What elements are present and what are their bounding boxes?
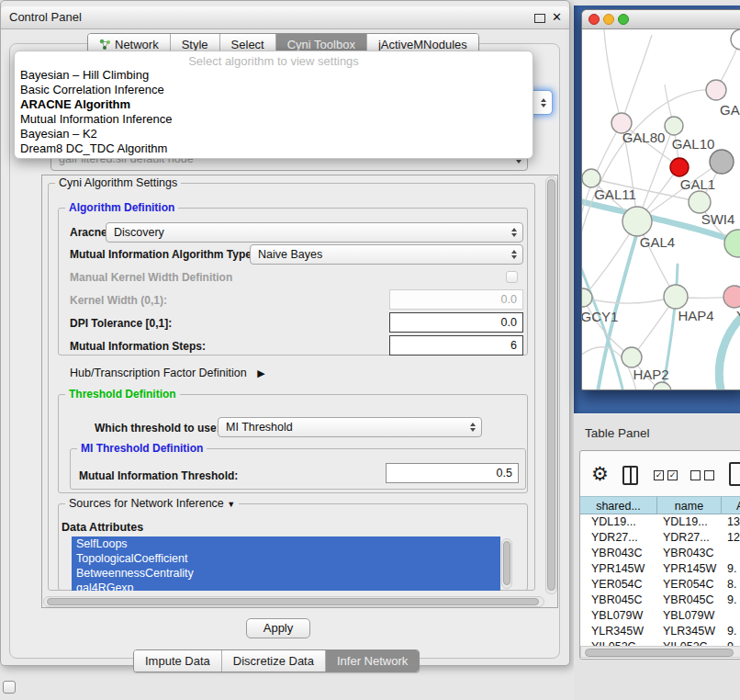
node-hap2[interactable] xyxy=(622,347,642,367)
network-canvas[interactable]: GAL GAL80 GAL10 GAL11 GAL1 SWI4 GAL4 GCY… xyxy=(582,29,740,390)
node-y[interactable] xyxy=(723,286,740,308)
split-columns-icon[interactable] xyxy=(622,466,638,485)
window-zoom-button[interactable] xyxy=(618,14,629,25)
cell-shared-name: YBR045C xyxy=(580,593,657,608)
cell-name: YIL052C xyxy=(657,639,722,646)
node-gray[interactable] xyxy=(710,150,734,174)
table-row[interactable]: YER054C YER054C 8. xyxy=(580,577,740,593)
settings-horizontal-scrollbar[interactable] xyxy=(43,596,544,607)
apply-button[interactable]: Apply xyxy=(246,618,310,638)
algorithm-item-mutual-information[interactable]: Mutual Information Inference xyxy=(20,112,172,127)
aracne-mode-combobox[interactable]: Discovery xyxy=(106,222,523,243)
column-header-third[interactable]: A xyxy=(722,496,740,514)
cell-shared-name: YIL052C xyxy=(580,639,657,646)
node-gal[interactable] xyxy=(706,80,726,100)
node-gal4[interactable] xyxy=(622,207,652,236)
tab-network-label: Network xyxy=(115,38,159,51)
label-hap4: HAP4 xyxy=(678,308,713,323)
attributes-list-scrollbar[interactable] xyxy=(501,538,512,589)
mi-algorithm-type-combobox[interactable]: Naive Bayes xyxy=(250,244,523,265)
cell-name: YPR145W xyxy=(657,561,722,577)
column-header-shared-name[interactable]: shared... xyxy=(580,496,657,514)
kernel-width-input[interactable]: 0.0 xyxy=(389,289,523,310)
sources-title[interactable]: Sources for Network Inference ▼ xyxy=(65,497,239,510)
settings-vertical-scrollbar[interactable] xyxy=(545,176,557,594)
table-row[interactable]: YIL052C YIL052C 9. xyxy=(580,639,740,646)
table-horizontal-scrollbar[interactable] xyxy=(580,646,740,658)
document-icon[interactable] xyxy=(729,462,740,486)
tab-discretize-data-label: Discretize Data xyxy=(233,654,314,668)
cell-shared-name: YDL19... xyxy=(580,514,657,530)
table-row[interactable]: YBL079W YBL079W xyxy=(580,608,740,624)
algorithm-dropdown-popup: Select algorithm to view settings Bayesi… xyxy=(14,51,533,159)
window-minimize-button[interactable] xyxy=(603,14,614,25)
window-close-button[interactable] xyxy=(589,14,600,25)
tab-infer-network[interactable]: Infer Network xyxy=(326,650,419,672)
attributes-scrollbar-thumb[interactable] xyxy=(503,541,510,585)
tab-style-label: Style xyxy=(182,38,208,51)
float-panel-icon[interactable] xyxy=(534,14,545,23)
node-bottom[interactable] xyxy=(653,382,671,390)
algorithm-item-dream8[interactable]: Dream8 DC_TDC Algorithm xyxy=(20,141,167,156)
cell-value xyxy=(722,608,740,624)
column-header-name[interactable]: name xyxy=(657,496,722,514)
attribute-item-gal4rgexp[interactable]: gal4RGexp xyxy=(72,581,500,591)
hub-definition-label: Hub/Transcription Factor Definition xyxy=(70,367,247,379)
attribute-item-topologicalcoefficient[interactable]: TopologicalCoefficient xyxy=(72,551,500,566)
mi-steps-input[interactable]: 6 xyxy=(389,335,523,356)
vertical-scrollbar-thumb[interactable] xyxy=(547,179,555,591)
table-row[interactable]: YBR045C YBR045C 9. xyxy=(580,593,740,608)
minimized-panel-icon[interactable] xyxy=(3,681,16,694)
algorithm-item-bayesian-hill[interactable]: Bayesian – Hill Climbing xyxy=(20,68,149,83)
table-row[interactable]: YBR043C YBR043C xyxy=(580,546,740,561)
algorithm-item-bayesian-k2[interactable]: Bayesian – K2 xyxy=(20,127,97,141)
hub-definition-expander[interactable]: Hub/Transcription Factor Definition ▶ xyxy=(70,367,265,379)
node-swi4[interactable] xyxy=(724,230,740,257)
close-panel-icon[interactable]: ✕ xyxy=(552,10,562,25)
unchecked-box-icon[interactable] xyxy=(704,470,714,480)
tab-jactivemnodules-label: jActiveMNodules xyxy=(378,38,467,51)
node-top-right[interactable] xyxy=(731,29,740,50)
unchecked-box-icon[interactable] xyxy=(690,470,701,480)
mi-threshold-input[interactable]: 0.5 xyxy=(386,463,519,483)
node-hap4[interactable] xyxy=(664,285,688,309)
mi-threshold-label: Mutual Information Threshold: xyxy=(79,469,238,482)
dpi-tolerance-input[interactable]: 0.0 xyxy=(389,312,523,333)
network-view-window: GAL GAL80 GAL10 GAL11 GAL1 SWI4 GAL4 GCY… xyxy=(581,9,740,390)
tab-discretize-data[interactable]: Discretize Data xyxy=(222,650,326,672)
node-red[interactable] xyxy=(670,158,689,176)
dpi-tolerance-label: DPI Tolerance [0,1]: xyxy=(70,317,172,330)
cell-name: YBL079W xyxy=(657,608,722,624)
table-row[interactable]: YDL19... YDL19... 13 xyxy=(580,514,740,530)
table-row[interactable]: YLR345W YLR345W 9. xyxy=(580,624,740,639)
cell-value: 12 xyxy=(722,530,740,546)
checked-box-icon[interactable]: ✓ xyxy=(667,470,678,480)
combo-arrows-icon xyxy=(470,423,476,432)
algorithm-item-aracne[interactable]: ARACNE Algorithm xyxy=(20,97,130,112)
horizontal-scrollbar-thumb[interactable] xyxy=(47,598,539,605)
tab-impute-data-label: Impute Data xyxy=(145,654,210,668)
mi-threshold-definition-title: MI Threshold Definition xyxy=(77,442,207,455)
cell-value xyxy=(722,546,740,561)
table-scrollbar-thumb[interactable] xyxy=(585,649,734,657)
table-row[interactable]: YPR145W YPR145W 9. xyxy=(580,561,740,577)
gear-icon[interactable]: ⚙ xyxy=(591,463,609,485)
attribute-item-selfloops[interactable]: SelfLoops xyxy=(72,536,500,551)
checked-box-icon[interactable]: ✓ xyxy=(654,470,664,480)
cell-shared-name: YDR27... xyxy=(580,530,657,546)
tab-select-label: Select xyxy=(231,38,264,51)
tab-impute-data[interactable]: Impute Data xyxy=(134,650,222,672)
cell-value: 13 xyxy=(722,514,740,530)
which-threshold-combobox[interactable]: MI Threshold xyxy=(218,417,482,437)
cell-value: 9. xyxy=(722,593,740,608)
algorithm-item-basic-correlation[interactable]: Basic Correlation Inference xyxy=(20,83,164,97)
node-gal1[interactable] xyxy=(689,191,711,213)
manual-kernel-width-checkbox[interactable] xyxy=(506,271,518,283)
cell-value: 9. xyxy=(722,639,740,646)
network-window-titlebar[interactable] xyxy=(582,10,740,29)
attribute-item-betweennesscentrality[interactable]: BetweennessCentrality xyxy=(72,566,500,581)
manual-kernel-width-label: Manual Kernel Width Definition xyxy=(70,271,232,284)
table-row[interactable]: YDR27... YDR27... 12 xyxy=(580,530,740,546)
node-gal11[interactable] xyxy=(582,169,600,187)
node-gal10[interactable] xyxy=(665,117,683,135)
